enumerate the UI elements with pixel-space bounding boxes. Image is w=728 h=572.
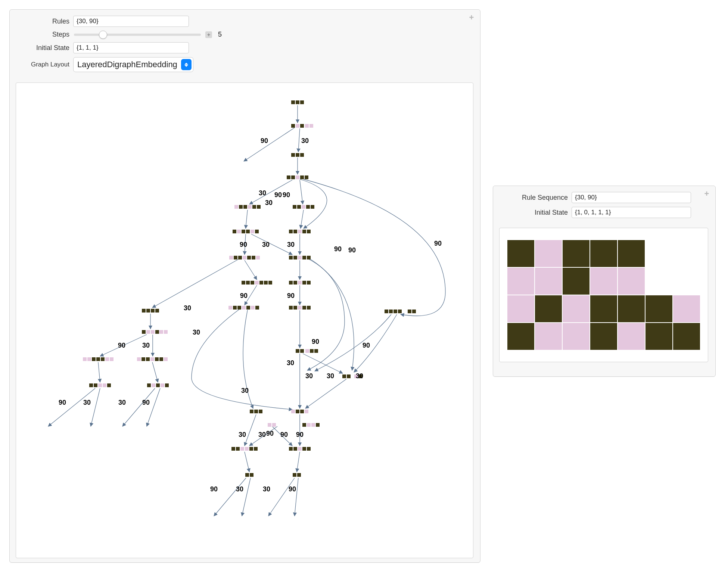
ca-cell (507, 295, 534, 322)
ca-row (507, 295, 700, 322)
edge-label: 90 (287, 292, 295, 300)
main-panel: + Rules Steps + 5 Initial State Graph La… (9, 9, 480, 563)
ca-cell (535, 323, 562, 350)
graph-node (305, 124, 313, 128)
ca-cell (507, 240, 534, 267)
graph-layout-select[interactable]: LayeredDigraphEmbedding (73, 57, 193, 72)
graph-node (342, 374, 351, 378)
graph-node (89, 383, 111, 387)
graph-node (289, 447, 311, 451)
ca-cell (673, 295, 700, 322)
edge-label: 30 (327, 372, 334, 380)
edge-label: 90 (348, 246, 356, 254)
plus-icon[interactable]: + (703, 190, 711, 198)
graph-node (289, 256, 311, 259)
ca-cell (535, 295, 562, 322)
edge-label: 30 (287, 359, 294, 367)
ca-row (507, 268, 645, 295)
ca-cell (563, 268, 589, 295)
slider-plus-icon[interactable]: + (205, 31, 212, 38)
graph-node (289, 306, 311, 310)
ca-canvas (499, 228, 708, 362)
graph-node (291, 124, 304, 128)
edge-label: 90 (283, 191, 290, 199)
steps-label: Steps (17, 31, 73, 38)
graph-canvas: 9030303090909030309090909030309090309030… (16, 83, 473, 558)
ca-cell (618, 323, 645, 350)
ca-cell (507, 323, 534, 350)
graph-node (229, 256, 260, 259)
graph-node (296, 349, 304, 353)
initial-state-input-2[interactable] (572, 207, 691, 218)
rules-label: Rules (17, 18, 73, 25)
graph-node (293, 205, 314, 209)
graph-node (83, 357, 113, 361)
edge-label: 30 (301, 137, 309, 145)
edge-label: 90 (289, 485, 296, 493)
graph-node (159, 330, 168, 334)
graph-node (147, 383, 169, 387)
initial-state-label-2: Initial State (501, 209, 572, 217)
left-controls: Rules Steps + 5 Initial State Graph Layo… (10, 10, 480, 80)
graph-node (250, 410, 262, 413)
edge-label: 90 (296, 431, 304, 439)
edge-label: 30 (265, 199, 273, 207)
edge-label: 30 (239, 431, 246, 439)
ca-row (507, 240, 645, 267)
ca-cell (563, 295, 589, 322)
edge-label: 30 (259, 189, 266, 197)
graph-node (302, 423, 320, 427)
graph-node (293, 473, 301, 477)
preview-panel: + Rule Sequence Initial State (493, 186, 716, 377)
ca-cell (645, 295, 672, 322)
dropdown-arrows-icon (181, 59, 192, 70)
plus-icon[interactable]: + (467, 13, 476, 22)
graph-edges (16, 83, 473, 558)
ca-cell (535, 268, 562, 295)
ca-cell (618, 240, 645, 267)
edge-label: 30 (184, 304, 191, 312)
graph-node (228, 306, 259, 310)
edge-label: 90 (363, 342, 370, 349)
steps-slider[interactable] (74, 34, 201, 36)
ca-cell (590, 268, 617, 295)
edge-label: 90 (142, 399, 150, 407)
rule-sequence-input[interactable] (572, 192, 691, 203)
graph-layout-label: Graph Layout (17, 61, 73, 68)
initial-state-input[interactable] (73, 42, 189, 53)
right-controls: Rule Sequence Initial State (493, 186, 715, 226)
graph-node (242, 281, 272, 285)
edge-label: 90 (312, 338, 319, 346)
graph-node (287, 175, 308, 179)
steps-value: 5 (218, 31, 222, 38)
graph-node (142, 309, 159, 313)
graph-node (142, 330, 159, 334)
graph-node (233, 230, 259, 233)
edge-label: 90 (434, 240, 442, 248)
ca-cell (563, 323, 589, 350)
edge-label: 90 (266, 430, 274, 438)
edge-label: 30 (263, 485, 270, 493)
edge-label: 30 (262, 241, 270, 249)
edge-label: 90 (240, 292, 248, 300)
edge-label: 90 (118, 342, 125, 349)
ca-cell (618, 268, 645, 295)
graph-node (291, 153, 304, 157)
edge-label: 30 (118, 399, 126, 407)
edge-label: 90 (261, 137, 268, 145)
edge-label: 30 (241, 387, 249, 395)
edge-label: 90 (280, 431, 288, 439)
graph-node (305, 349, 318, 353)
ca-cell (535, 240, 562, 267)
rule-sequence-label: Rule Sequence (501, 194, 572, 202)
rules-input[interactable] (73, 16, 189, 27)
ca-cell (645, 323, 672, 350)
ca-cell (673, 323, 700, 350)
edge-label: 90 (210, 485, 218, 493)
edge-label: 30 (287, 241, 295, 249)
edge-label: 90 (59, 399, 66, 407)
edge-label: 30 (142, 342, 150, 349)
ca-cell (618, 295, 645, 322)
ca-cell (507, 268, 534, 295)
edge-label: 30 (305, 372, 313, 380)
